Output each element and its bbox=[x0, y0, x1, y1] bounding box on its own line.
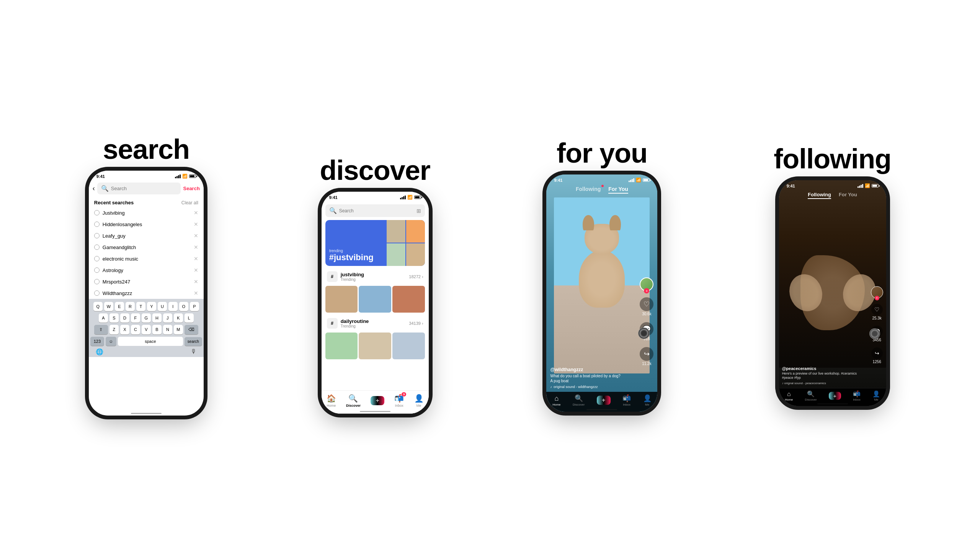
key-mic[interactable]: 🎙 bbox=[191, 348, 197, 355]
share-action[interactable]: ↪ 1256 bbox=[871, 347, 883, 364]
discover-label: Discover bbox=[346, 404, 361, 408]
key-p[interactable]: P bbox=[190, 302, 199, 311]
share-action[interactable]: ↪ 11.2k bbox=[640, 347, 653, 366]
key-y[interactable]: Y bbox=[147, 302, 156, 311]
create-button[interactable]: + bbox=[597, 396, 611, 405]
search-input-wrapper[interactable]: 🔍 bbox=[97, 183, 181, 194]
key-t[interactable]: T bbox=[136, 302, 145, 311]
key-a[interactable]: A bbox=[99, 313, 108, 323]
key-emoji[interactable]: ☺ bbox=[106, 337, 116, 346]
search-item[interactable]: Mrsports247 ✕ bbox=[89, 276, 204, 287]
search-input[interactable] bbox=[111, 186, 177, 191]
tab-foryou[interactable]: For You bbox=[608, 186, 628, 194]
key-w[interactable]: W bbox=[104, 302, 113, 311]
key-j[interactable]: J bbox=[163, 313, 172, 323]
clear-all-button[interactable]: Clear all bbox=[181, 200, 198, 205]
close-icon[interactable]: ✕ bbox=[194, 290, 198, 296]
nav-me[interactable]: 👤 Me bbox=[872, 390, 880, 401]
nav-inbox[interactable]: 📬 Inbox bbox=[622, 394, 631, 406]
key-f[interactable]: F bbox=[131, 313, 140, 323]
discover-search-input[interactable] bbox=[339, 208, 414, 214]
key-globe[interactable]: 🌐 bbox=[96, 348, 103, 355]
bar2 bbox=[859, 186, 860, 188]
key-n[interactable]: N bbox=[163, 325, 172, 334]
close-icon[interactable]: ✕ bbox=[194, 244, 198, 250]
like-button[interactable]: ♡ bbox=[871, 304, 883, 315]
nav-discover[interactable]: 🔍 Discover bbox=[573, 394, 585, 406]
share-button[interactable]: ↪ bbox=[640, 347, 653, 361]
key-r[interactable]: R bbox=[126, 302, 135, 311]
key-shift[interactable]: ⇧ bbox=[94, 325, 108, 334]
key-g[interactable]: G bbox=[142, 313, 151, 323]
nav-discover[interactable]: 🔍 Discover bbox=[805, 390, 817, 401]
video-caption: What do you call a boat piloted by a dog… bbox=[550, 373, 634, 383]
create-button[interactable]: + bbox=[371, 396, 384, 405]
key-d[interactable]: D bbox=[120, 313, 129, 323]
tab-foryou[interactable]: For You bbox=[839, 192, 857, 199]
nav-discover[interactable]: 🔍 Discover bbox=[346, 394, 361, 408]
close-icon[interactable]: ✕ bbox=[194, 210, 198, 216]
nav-home[interactable]: ⌂ Home bbox=[552, 395, 560, 406]
search-item[interactable]: electronic music ✕ bbox=[89, 253, 204, 264]
like-action[interactable]: ♡ 25.3k bbox=[871, 304, 883, 320]
close-icon[interactable]: ✕ bbox=[194, 221, 198, 227]
nav-me[interactable]: 👤 Me bbox=[643, 394, 652, 406]
nav-plus[interactable]: + bbox=[371, 396, 384, 405]
key-h[interactable]: H bbox=[152, 313, 162, 323]
close-icon[interactable]: ✕ bbox=[194, 233, 198, 239]
close-icon[interactable]: ✕ bbox=[194, 279, 198, 285]
key-i[interactable]: I bbox=[168, 302, 178, 311]
back-button[interactable]: ‹ bbox=[93, 184, 95, 192]
key-u[interactable]: U bbox=[158, 302, 167, 311]
key-123[interactable]: 123 bbox=[90, 337, 104, 346]
trend-row-1[interactable]: # justvibing Trending 18272 › bbox=[322, 269, 429, 284]
battery-icon bbox=[643, 178, 650, 182]
key-q[interactable]: Q bbox=[93, 302, 103, 311]
bar3 bbox=[861, 185, 862, 188]
nav-home[interactable]: ⌂ Home bbox=[785, 391, 793, 401]
search-item-text: Gameandglitch bbox=[103, 245, 191, 250]
tab-following[interactable]: Following bbox=[576, 186, 601, 194]
search-item[interactable]: Wildthangzzz ✕ bbox=[89, 287, 204, 299]
search-item[interactable]: Justvibing ✕ bbox=[89, 207, 204, 218]
like-button[interactable]: ♡ bbox=[640, 297, 653, 311]
key-c[interactable]: C bbox=[131, 325, 140, 334]
nav-inbox[interactable]: 📬 9 Inbox bbox=[394, 394, 404, 408]
close-icon[interactable]: ✕ bbox=[194, 256, 198, 262]
expand-icon[interactable]: ⊞ bbox=[416, 208, 421, 214]
key-o[interactable]: O bbox=[179, 302, 188, 311]
key-l[interactable]: L bbox=[185, 313, 194, 323]
search-item[interactable]: Gameandglitch ✕ bbox=[89, 241, 204, 253]
history-icon bbox=[94, 290, 100, 296]
search-item[interactable]: Leafy_guy ✕ bbox=[89, 230, 204, 241]
search-item[interactable]: Astrology ✕ bbox=[89, 264, 204, 276]
key-x[interactable]: X bbox=[120, 325, 129, 334]
nav-inbox[interactable]: 📬 Inbox bbox=[853, 390, 861, 401]
key-s[interactable]: S bbox=[109, 313, 119, 323]
key-search[interactable]: search bbox=[185, 337, 202, 346]
follow-button[interactable]: + bbox=[875, 296, 879, 300]
create-button[interactable]: + bbox=[829, 392, 841, 400]
key-e[interactable]: E bbox=[115, 302, 124, 311]
search-button[interactable]: Search bbox=[183, 186, 199, 191]
like-action[interactable]: ♡ 30.6k bbox=[640, 297, 653, 316]
nav-me[interactable]: 👤 Me bbox=[414, 394, 424, 408]
nav-plus[interactable]: + bbox=[597, 396, 611, 405]
key-m[interactable]: M bbox=[174, 325, 183, 334]
key-v[interactable]: V bbox=[142, 325, 151, 334]
trend-row-2[interactable]: # dailyroutine Trending 34139 › bbox=[322, 316, 429, 331]
key-b[interactable]: B bbox=[152, 325, 162, 334]
close-icon[interactable]: ✕ bbox=[194, 267, 198, 273]
nav-plus[interactable]: + bbox=[829, 392, 841, 400]
follow-button[interactable]: + bbox=[644, 288, 649, 293]
key-delete[interactable]: ⌫ bbox=[185, 325, 198, 334]
share-button[interactable]: ↪ bbox=[871, 347, 883, 359]
search-item[interactable]: Hiddenlosangeles ✕ bbox=[89, 218, 204, 230]
discover-content: 9:41 📶 🔍 bbox=[322, 192, 429, 414]
tab-following[interactable]: Following bbox=[808, 192, 831, 199]
nav-home[interactable]: 🏠 Home bbox=[327, 394, 336, 408]
discover-search-bar[interactable]: 🔍 ⊞ bbox=[325, 204, 425, 217]
key-space[interactable]: space bbox=[118, 337, 183, 346]
key-k[interactable]: K bbox=[174, 313, 183, 323]
key-z[interactable]: Z bbox=[109, 325, 119, 334]
